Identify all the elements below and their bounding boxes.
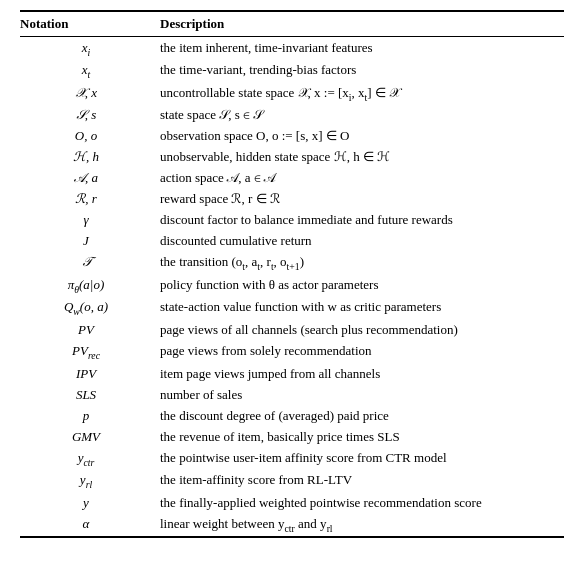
table-row-description: unobservable, hidden state space ℋ, h ∈ …	[160, 147, 564, 168]
table-row-notation: 𝒮, s	[20, 105, 160, 126]
table-row-description: the time-variant, trending-bias factors	[160, 60, 564, 83]
table-row-notation: J	[20, 231, 160, 252]
table-row-description: the item-affinity score from RL-LTV	[160, 470, 564, 493]
table-row-description: action space 𝒜, a ∈ 𝒜	[160, 168, 564, 189]
table-row-description: linear weight between yctr and yrl	[160, 513, 564, 537]
table-row-notation: 𝒳, x	[20, 82, 160, 105]
table-row-notation: IPV	[20, 363, 160, 384]
table-row-notation: xi	[20, 37, 160, 60]
table-row-notation: ℛ, r	[20, 189, 160, 210]
table-row-notation: yctr	[20, 447, 160, 470]
table-row-description: state space 𝒮, s ∈ 𝒮	[160, 105, 564, 126]
table-row-notation: p	[20, 405, 160, 426]
table-row-description: page views of all channels (search plus …	[160, 320, 564, 341]
table-row-description: reward space ℛ, r ∈ ℛ	[160, 189, 564, 210]
table-row-notation: PV	[20, 320, 160, 341]
table-row-description: the finally-applied weighted pointwise r…	[160, 492, 564, 513]
table-row-description: the transition (ot, at, rt, ot+1)	[160, 252, 564, 275]
header-description: Description	[160, 11, 564, 37]
table-row-description: the discount degree of (averaged) paid p…	[160, 405, 564, 426]
table-row-notation: GMV	[20, 426, 160, 447]
table-row-notation: γ	[20, 210, 160, 231]
table-row-notation: xt	[20, 60, 160, 83]
table-row-description: the pointwise user-item affinity score f…	[160, 447, 564, 470]
notation-table: Notation Description xithe item inherent…	[20, 10, 564, 538]
table-row-description: observation space O, o := [s, x] ∈ O	[160, 126, 564, 147]
table-row-notation: SLS	[20, 384, 160, 405]
table-row-description: state-action value function with w as cr…	[160, 297, 564, 320]
table-row-notation: 𝒜, a	[20, 168, 160, 189]
table-row-description: page views from solely recommendation	[160, 341, 564, 364]
table-row-notation: πθ(a|o)	[20, 274, 160, 297]
table-row-notation: y	[20, 492, 160, 513]
table-row-description: the item inherent, time-invariant featur…	[160, 37, 564, 60]
table-row-description: number of sales	[160, 384, 564, 405]
table-row-notation: 𝒯	[20, 252, 160, 275]
table-row-description: uncontrollable state space 𝒳, x := [xi, …	[160, 82, 564, 105]
table-row-notation: α	[20, 513, 160, 537]
table-row-notation: yrl	[20, 470, 160, 493]
table-row-notation: ℋ, h	[20, 147, 160, 168]
table-row-description: the revenue of item, basically price tim…	[160, 426, 564, 447]
table-row-notation: Qw(o, a)	[20, 297, 160, 320]
header-notation: Notation	[20, 11, 160, 37]
table-row-description: policy function with θ as actor paramete…	[160, 274, 564, 297]
table-row-description: discount factor to balance immediate and…	[160, 210, 564, 231]
table-row-description: item page views jumped from all channels	[160, 363, 564, 384]
table-row-notation: O, o	[20, 126, 160, 147]
table-row-description: discounted cumulative return	[160, 231, 564, 252]
table-row-notation: PVrec	[20, 341, 160, 364]
